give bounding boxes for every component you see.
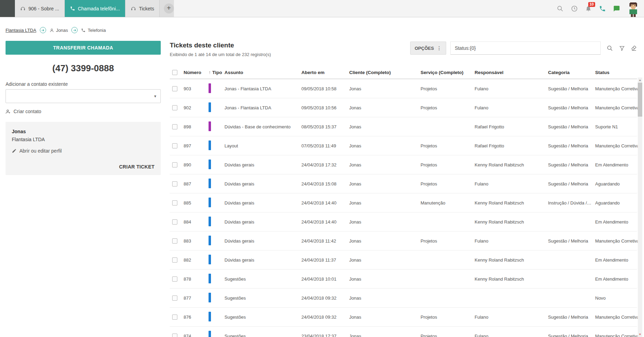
row-checkbox[interactable]	[172, 334, 177, 337]
cell-servico: Projetos	[421, 315, 475, 320]
create-contact-link[interactable]: Criar contato	[6, 109, 161, 114]
cell-cliente: Jonas	[349, 334, 421, 337]
table-row[interactable]: 890 Dúvidas gerais 24/04/2018 17:32 Jona…	[170, 155, 637, 174]
table-scrollbar[interactable]: ▲ ▼	[638, 78, 642, 337]
cell-assunto: Dúvidas gerais	[224, 219, 301, 225]
cell-status: Suporte N1	[595, 124, 637, 129]
cell-status: Manutenção Corretiva	[595, 334, 637, 337]
cell-numero: 876	[184, 315, 209, 320]
row-checkbox[interactable]	[172, 200, 177, 206]
select-all-checkbox[interactable]	[172, 70, 177, 75]
cell-responsavel: Kenny Roland Rabitzsch	[475, 200, 548, 206]
chat-icon[interactable]	[613, 5, 620, 12]
column-header-servico[interactable]: Serviço (Completo)	[421, 70, 475, 75]
table-row[interactable]: 883 Dúvidas gerais 24/04/2018 11:42 Jona…	[170, 231, 637, 251]
row-checkbox[interactable]	[172, 124, 177, 129]
row-checkbox[interactable]	[172, 295, 177, 301]
ticket-type-bar	[209, 102, 211, 112]
cell-cliente: Jonas	[349, 219, 421, 225]
edit-profile-link[interactable]: Abrir ou editar perfil	[12, 148, 155, 154]
row-checkbox[interactable]	[172, 86, 177, 91]
edit-profile-label: Abrir ou editar perfil	[19, 148, 62, 154]
cell-assunto: Sugestões	[224, 334, 301, 337]
table-row[interactable]: 876 Sugestões 24/04/2018 09:32 Jonas Pro…	[170, 308, 637, 327]
cell-aberto-em: 24/04/2018 15:08	[301, 181, 349, 186]
column-header-assunto[interactable]: Assunto	[224, 70, 301, 75]
column-header-status[interactable]: Status	[595, 70, 637, 75]
row-checkbox[interactable]	[172, 181, 177, 186]
clear-filter-eraser-icon[interactable]	[631, 45, 637, 51]
table-row[interactable]: 903 Jonas - Flantasia LTDA 09/05/2018 10…	[170, 79, 637, 98]
scroll-down-arrow[interactable]: ▼	[639, 333, 642, 337]
column-header-responsavel[interactable]: Responsável	[475, 70, 548, 75]
scrollbar-thumb[interactable]	[638, 83, 642, 117]
ticket-type-bar	[209, 312, 211, 321]
table-row[interactable]: 884 Dúvidas gerais 24/04/2018 14:40 Jona…	[170, 212, 637, 231]
breadcrumb-contact-label: Jonas	[56, 28, 68, 33]
telephony-phone-icon[interactable]	[599, 5, 606, 12]
table-row[interactable]: 902 Jonas - Flantasia LTDA 09/05/2018 10…	[170, 98, 637, 117]
row-checkbox[interactable]	[172, 219, 177, 225]
cell-numero: 882	[184, 257, 209, 263]
row-checkbox[interactable]	[172, 257, 177, 263]
row-checkbox[interactable]	[172, 238, 177, 244]
tab-906-sobre[interactable]: 906 - Sobre ...	[15, 0, 65, 17]
sort-asc-icon: ↑	[209, 70, 211, 75]
cell-assunto: Jonas - Flantasia LTDA	[224, 86, 301, 91]
user-avatar[interactable]	[627, 2, 640, 17]
table-row[interactable]: 898 Dúvidas - Base de conhecimento 08/05…	[170, 117, 637, 136]
new-tab-button[interactable]: +	[164, 3, 174, 13]
breadcrumb-telephony[interactable]: Telefonia	[81, 28, 106, 33]
table-row[interactable]: 885 Dúvidas gerais 24/04/2018 14:40 Jona…	[170, 193, 637, 212]
row-checkbox[interactable]	[172, 143, 177, 148]
table-row[interactable]: 882 Dúvidas gerais 24/04/2018 11:37 Jona…	[170, 251, 637, 270]
cell-assunto: Dúvidas gerais	[224, 238, 301, 244]
column-header-aberto-em[interactable]: Aberto em	[301, 70, 349, 75]
column-header-numero[interactable]: Número	[184, 70, 209, 75]
column-header-cliente[interactable]: Cliente (Completo)	[349, 70, 421, 75]
history-clock-icon[interactable]	[571, 5, 578, 12]
cell-assunto: Dúvidas gerais	[224, 181, 301, 186]
options-button[interactable]: OPÇÕES ⋮	[410, 42, 446, 55]
row-checkbox[interactable]	[172, 105, 177, 110]
cell-responsavel: Fulano	[475, 181, 548, 186]
headset-icon	[131, 6, 136, 11]
cell-categoria: Sugestão / Melhoria	[548, 124, 595, 129]
cell-categoria: Sugestão / Melhoria	[548, 315, 595, 320]
column-header-tipo[interactable]: ↑ Tipo	[209, 70, 224, 75]
row-checkbox[interactable]	[172, 276, 177, 282]
table-row[interactable]: 874 Sugestões 23/04/2018 17:37 Jonas Pro…	[170, 327, 637, 337]
filter-icon[interactable]	[619, 45, 625, 51]
column-header-categoria[interactable]: Categoria	[548, 70, 595, 75]
table-row[interactable]: 878 Sugestões 24/04/2018 10:01 Jonas Ken…	[170, 270, 637, 289]
breadcrumb-company-link[interactable]: Flantasia LTDA	[6, 28, 36, 33]
row-checkbox[interactable]	[172, 315, 177, 320]
existing-contact-select[interactable]: ▾	[6, 89, 161, 103]
tickets-table-body: 903 Jonas - Flantasia LTDA 09/05/2018 10…	[170, 79, 637, 337]
table-row[interactable]: 877 Sugestões 24/04/2018 09:32 Jonas Nov…	[170, 289, 637, 308]
scroll-up-arrow[interactable]: ▲	[639, 78, 642, 82]
cell-status: Novo	[595, 295, 637, 301]
row-checkbox[interactable]	[172, 162, 177, 167]
cell-servico: Manutenção	[421, 200, 475, 206]
ticket-type-bar	[209, 121, 211, 131]
cell-aberto-em: 24/04/2018 17:32	[301, 162, 349, 167]
tab-chamada-telefonica[interactable]: Chamada telefôni...	[65, 0, 125, 17]
contact-company: Flantasia LTDA	[12, 137, 155, 142]
breadcrumb-contact[interactable]: Jonas	[50, 28, 68, 33]
cell-responsavel: Fulano	[475, 86, 548, 91]
cell-categoria: Sugestão / Melhoria	[548, 181, 595, 186]
search-icon[interactable]	[607, 45, 613, 52]
table-row[interactable]: 897 Layout 07/05/2018 11:49 Jonas Projet…	[170, 136, 637, 155]
transfer-call-button[interactable]: TRANSFERIR CHAMADA	[6, 41, 161, 55]
cell-responsavel: Kenny Roland Rabitzsch	[475, 257, 548, 263]
table-row[interactable]: 887 Dúvidas gerais 24/04/2018 15:08 Jona…	[170, 174, 637, 193]
tab-tickets[interactable]: Tickets	[125, 0, 160, 17]
notifications-bell-icon[interactable]: 10	[585, 5, 592, 12]
ticket-type-bar	[209, 331, 211, 337]
cell-responsavel: Rafael Frigotto	[475, 124, 548, 129]
app-menu-button[interactable]	[0, 0, 15, 17]
search-icon[interactable]	[557, 5, 564, 12]
create-ticket-button[interactable]: CRIAR TICKET	[12, 164, 155, 170]
ticket-search-input[interactable]: Status:{0}	[450, 42, 601, 55]
